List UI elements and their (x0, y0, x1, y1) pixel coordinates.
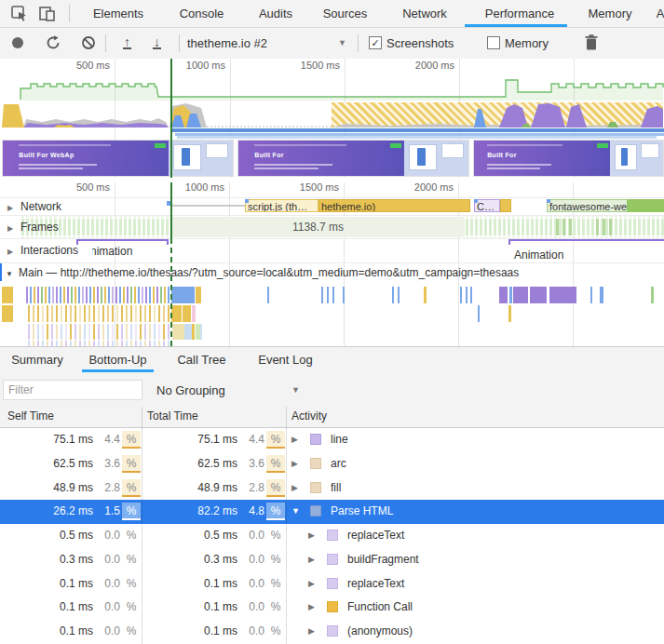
row-disclosure-icon[interactable]: ▶ (291, 483, 298, 492)
flame-bar (67, 287, 69, 303)
tab-sources[interactable]: Sources (310, 0, 380, 27)
filter-row: No Grouping ▼ (0, 373, 664, 408)
flame-bar (79, 324, 81, 340)
interactions-disclosure-icon[interactable]: ▶ (7, 248, 13, 256)
device-toolbar-icon[interactable] (39, 6, 56, 21)
row-disclosure-icon[interactable]: ▶ (308, 530, 315, 540)
tab-audits[interactable]: Audits (244, 0, 307, 27)
table-row[interactable]: 0.1 ms0.0%0.1 ms0.0%▶Function Call (0, 596, 664, 620)
timeline-overview[interactable]: 500 ms1000 ms1500 ms2000 msBuilt For Web… (0, 59, 664, 179)
inspect-icon[interactable] (11, 6, 28, 21)
row-disclosure-icon[interactable]: ▶ (291, 435, 298, 444)
row-disclosure-icon[interactable]: ▶ (308, 555, 315, 564)
flame-bar (37, 324, 39, 340)
memory-label[interactable]: Memory (505, 36, 549, 50)
save-profile-icon[interactable]: ↓ (153, 36, 161, 49)
flame-bar (164, 287, 166, 303)
table-row[interactable]: 0.1 ms0.0%0.1 ms0.0%▶(anonymous) (0, 620, 664, 644)
flame-bar (86, 287, 88, 303)
total-time-pct: 3.6 (234, 457, 264, 470)
column-divider[interactable] (142, 407, 142, 644)
table-row[interactable]: 0.5 ms0.0%0.5 ms0.0%▶replaceText (0, 524, 664, 548)
grouping-caret-icon[interactable]: ▼ (291, 385, 300, 395)
tab-performance[interactable]: Performance (465, 0, 575, 27)
header-total-time[interactable]: Total Time (147, 409, 198, 423)
flame-bar (149, 305, 151, 322)
flame-block (2, 305, 13, 322)
bottom-tab-event-log[interactable]: Event Log (250, 347, 321, 372)
profile-select-caret-icon[interactable]: ▼ (338, 38, 346, 47)
filmstrip-frame[interactable]: Built For (237, 140, 469, 177)
filmstrip-nav (254, 144, 346, 146)
filmstrip-card (206, 143, 228, 158)
total-time-pct: 0.0 (234, 600, 264, 613)
table-row[interactable]: 75.1 ms4.4%75.1 ms4.4%▶line (0, 428, 664, 452)
frames-disclosure-icon[interactable]: ▶ (7, 224, 13, 233)
filter-input[interactable] (3, 380, 142, 400)
profile-select[interactable]: thetheme.io #2 (187, 36, 267, 50)
flame-bar (30, 287, 32, 303)
header-self-time[interactable]: Self Time (7, 409, 54, 423)
bottom-tab-summary[interactable]: Summary (9, 347, 65, 372)
row-disclosure-icon[interactable]: ▼ (291, 506, 300, 516)
flame-block (470, 287, 472, 303)
flame-bar (102, 305, 104, 322)
toolbar-separator (358, 34, 359, 52)
tab-console[interactable]: Console (163, 0, 240, 27)
filmstrip-title: Built For WebAp (19, 152, 74, 158)
tab-network[interactable]: Network (386, 0, 464, 27)
table-row[interactable]: 0.3 ms0.0%0.3 ms0.0%▶buildFragment (0, 548, 664, 572)
clear-icon[interactable] (81, 35, 96, 50)
flame-block (327, 287, 329, 303)
tab-a[interactable]: A (649, 0, 664, 27)
flame-bar (119, 287, 121, 303)
flame-bar (26, 287, 28, 303)
flame-bar (51, 305, 53, 322)
column-divider[interactable] (286, 407, 287, 644)
header-activity[interactable]: Activity (291, 409, 327, 423)
main-disclosure-icon[interactable]: ▼ (6, 270, 13, 278)
screenshots-checkbox[interactable]: ✓ (369, 36, 382, 49)
network-disclosure-icon[interactable]: ▶ (7, 204, 13, 212)
flame-bar (101, 287, 102, 303)
trash-icon[interactable] (585, 34, 600, 49)
filmstrip-frame[interactable]: Built For WebAp (2, 140, 234, 177)
row-disclosure-icon[interactable]: ▶ (308, 579, 315, 588)
self-time-ms: 0.5 ms (19, 529, 93, 542)
filmstrip-subtext (254, 164, 332, 166)
table-row[interactable]: 26.2 ms1.5%82.2 ms4.8%▼Parse HTML (0, 500, 664, 524)
frames-duration-segment[interactable]: 1138.7 ms (171, 217, 465, 237)
flame-bar (112, 287, 114, 303)
total-pct-chip: % (266, 527, 285, 544)
network-request-chip[interactable]: hetheme.io) (318, 199, 470, 212)
network-request-chip[interactable] (500, 199, 511, 212)
frame-bar-dark (609, 219, 612, 235)
screenshots-label[interactable]: Screenshots (386, 36, 454, 50)
tab-elements[interactable]: Elements (80, 0, 156, 27)
tab-memory[interactable]: Memory (573, 0, 647, 27)
table-row[interactable]: 48.9 ms2.8%48.9 ms2.8%▶fill (0, 476, 664, 501)
flame-bar (71, 287, 73, 303)
row-disclosure-icon[interactable]: ▶ (308, 626, 315, 636)
filmstrip-frame[interactable]: Built For (473, 140, 664, 177)
total-time-ms: 82.2 ms (158, 504, 237, 517)
flame-bar (107, 324, 109, 340)
row-disclosure-icon[interactable]: ▶ (291, 459, 298, 468)
bottom-tab-call-tree[interactable]: Call Tree (170, 347, 233, 372)
network-request-chip[interactable]: C… (474, 199, 500, 212)
table-row[interactable]: 62.5 ms3.6%62.5 ms3.6%▶arc (0, 452, 664, 476)
table-row[interactable]: 0.1 ms0.0%0.1 ms0.0%▶replaceText (0, 572, 664, 597)
flame-bar (116, 324, 118, 340)
reload-icon[interactable] (46, 35, 61, 50)
network-request-chip[interactable]: script.js (th… (245, 199, 318, 212)
total-time-pct: 0.0 (234, 553, 264, 566)
activity-label: buildFragment (347, 553, 419, 566)
record-icon[interactable] (12, 37, 27, 52)
load-profile-icon[interactable]: ↑ (123, 36, 131, 49)
bottom-tab-bottom-up[interactable]: Bottom-Up (82, 347, 154, 372)
grouping-select[interactable]: No Grouping (156, 383, 225, 397)
flame-bar (158, 324, 160, 340)
self-time-ms: 62.5 ms (19, 457, 93, 470)
row-disclosure-icon[interactable]: ▶ (308, 602, 315, 611)
memory-checkbox[interactable] (487, 36, 500, 49)
